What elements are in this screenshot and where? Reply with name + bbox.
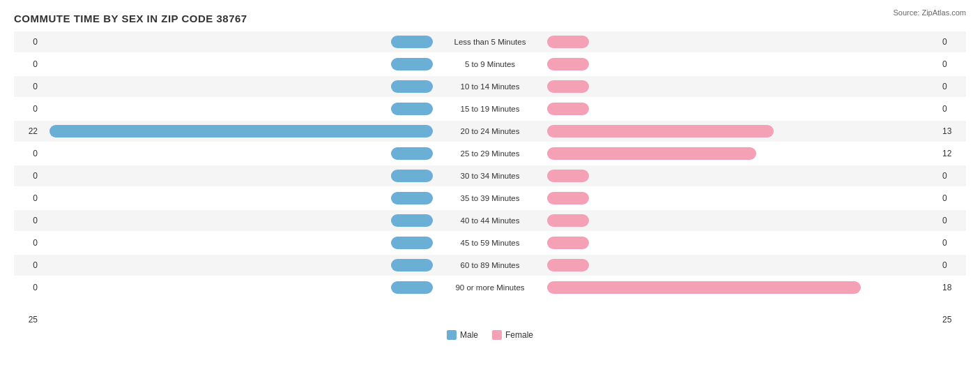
chart-row: 0 40 to 44 Minutes 0 — [14, 210, 966, 231]
male-bar-wrap — [42, 277, 434, 298]
male-value: 0 — [14, 104, 42, 114]
female-bar-wrap — [546, 165, 938, 186]
female-bar-wrap — [546, 188, 938, 209]
female-bar — [547, 281, 861, 294]
male-color-box — [447, 330, 457, 340]
male-value: 0 — [14, 216, 42, 225]
male-bar-wrap — [42, 54, 434, 75]
female-bar — [547, 214, 589, 227]
male-bar-wrap — [42, 143, 434, 164]
female-bar-wrap — [546, 98, 938, 119]
male-value: 0 — [14, 193, 42, 203]
bars-center: 15 to 19 Minutes — [42, 98, 938, 119]
axis-right: 25 — [938, 315, 966, 325]
female-bar — [547, 125, 774, 137]
female-bar — [547, 80, 589, 93]
male-bar-wrap — [42, 31, 434, 52]
female-bar — [547, 103, 589, 115]
male-bar-wrap — [42, 165, 434, 186]
bars-center: 45 to 59 Minutes — [42, 232, 938, 253]
male-label: Male — [460, 330, 478, 340]
bars-center: 90 or more Minutes — [42, 277, 938, 298]
male-bar — [391, 214, 433, 227]
male-bar — [391, 259, 433, 271]
bars-center: Less than 5 Minutes — [42, 31, 938, 52]
female-bar-wrap — [546, 76, 938, 97]
chart-row: 0 90 or more Minutes 18 — [14, 277, 966, 298]
male-bar-wrap — [42, 98, 434, 119]
male-bar — [49, 125, 433, 137]
male-bar — [391, 36, 433, 48]
male-bar — [391, 103, 433, 115]
chart-row: 0 25 to 29 Minutes 12 — [14, 143, 966, 164]
female-value: 0 — [938, 216, 966, 225]
female-value: 0 — [938, 260, 966, 270]
male-bar — [391, 192, 433, 204]
male-value: 0 — [14, 260, 42, 270]
row-label: 10 to 14 Minutes — [434, 82, 546, 91]
male-bar-wrap — [42, 232, 434, 253]
bars-center: 20 to 24 Minutes — [42, 121, 938, 142]
chart-row: 0 30 to 34 Minutes 0 — [14, 165, 966, 186]
female-bar-wrap — [546, 255, 938, 276]
bars-center: 40 to 44 Minutes — [42, 210, 938, 231]
male-value: 0 — [14, 171, 42, 181]
female-bar-wrap — [546, 210, 938, 231]
chart-row: 0 60 to 89 Minutes 0 — [14, 255, 966, 276]
male-bar-wrap — [42, 188, 434, 209]
male-bar-wrap — [42, 210, 434, 231]
source-label: Source: ZipAtlas.com — [893, 8, 966, 17]
female-bar-wrap — [546, 277, 938, 298]
legend-female: Female — [492, 330, 533, 340]
female-bar-wrap — [546, 121, 938, 142]
female-value: 0 — [938, 82, 966, 91]
female-value: 0 — [938, 193, 966, 203]
row-label: 90 or more Minutes — [434, 283, 546, 292]
bars-center: 5 to 9 Minutes — [42, 54, 938, 75]
female-color-box — [492, 330, 502, 340]
female-value: 12 — [938, 149, 966, 158]
male-value: 0 — [14, 238, 42, 248]
male-value: 0 — [14, 149, 42, 158]
female-bar-wrap — [546, 232, 938, 253]
female-bar — [547, 147, 756, 160]
row-label: 40 to 44 Minutes — [434, 216, 546, 225]
female-value: 0 — [938, 238, 966, 248]
female-bar-wrap — [546, 143, 938, 164]
axis-left: 25 — [14, 315, 42, 325]
male-value: 0 — [14, 82, 42, 91]
row-label: 25 to 29 Minutes — [434, 149, 546, 158]
chart-row: 0 45 to 59 Minutes 0 — [14, 232, 966, 253]
row-label: 15 to 19 Minutes — [434, 105, 546, 113]
row-label: 20 to 24 Minutes — [434, 127, 546, 135]
chart-row: 0 10 to 14 Minutes 0 — [14, 76, 966, 97]
chart-row: 0 35 to 39 Minutes 0 — [14, 188, 966, 209]
female-bar — [547, 259, 589, 271]
bars-center: 60 to 89 Minutes — [42, 255, 938, 276]
male-bar — [391, 147, 433, 160]
female-bar — [547, 237, 589, 249]
female-value: 0 — [938, 37, 966, 47]
female-bar — [547, 170, 589, 182]
male-value: 22 — [14, 126, 42, 136]
chart-area: 0 Less than 5 Minutes 0 0 5 to 9 Minutes… — [14, 31, 966, 311]
male-bar — [391, 80, 433, 93]
female-value: 13 — [938, 126, 966, 136]
female-bar-wrap — [546, 31, 938, 52]
female-value: 0 — [938, 59, 966, 69]
female-bar-wrap — [546, 54, 938, 75]
male-bar-wrap — [42, 76, 434, 97]
male-bar — [391, 281, 433, 294]
row-label: 5 to 9 Minutes — [434, 60, 546, 68]
row-label: 60 to 89 Minutes — [434, 261, 546, 269]
bars-center: 10 to 14 Minutes — [42, 76, 938, 97]
female-bar — [547, 58, 589, 70]
male-value: 0 — [14, 37, 42, 47]
row-label: Less than 5 Minutes — [434, 38, 546, 46]
female-bar — [547, 192, 589, 204]
male-bar-wrap — [42, 121, 434, 142]
female-value: 18 — [938, 283, 966, 292]
female-label: Female — [505, 330, 533, 340]
row-label: 30 to 34 Minutes — [434, 172, 546, 180]
chart-title: COMMUTE TIME BY SEX IN ZIP CODE 38767 — [14, 13, 966, 24]
